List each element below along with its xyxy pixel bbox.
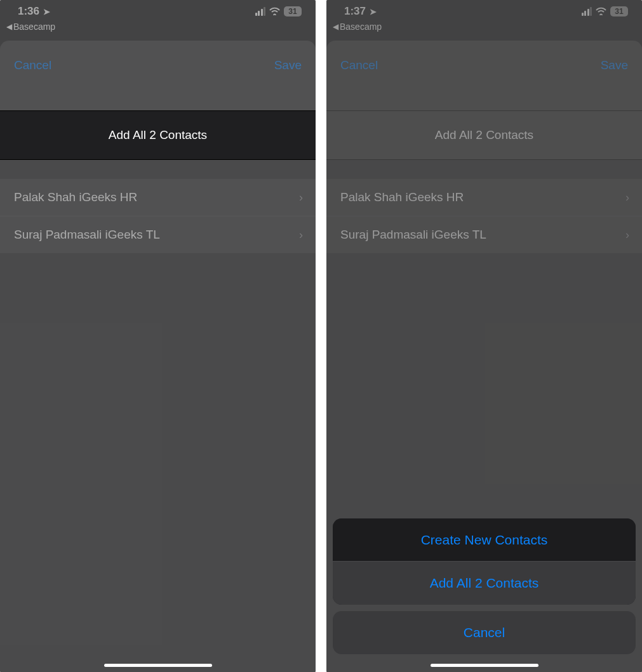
save-button[interactable]: Save: [274, 58, 302, 110]
back-caret-icon: ◀: [6, 22, 12, 31]
add-all-label: Add All 2 Contacts: [435, 128, 533, 142]
home-indicator[interactable]: [104, 664, 212, 667]
add-all-contacts-button[interactable]: Add All 2 Contacts: [326, 110, 642, 160]
home-indicator[interactable]: [431, 664, 538, 667]
contact-list: Palak Shah iGeeks HR › Suraj Padmasali i…: [326, 179, 642, 253]
cellular-signal-icon: [582, 7, 592, 16]
status-bar: 1:37 ➤ 31: [326, 0, 642, 19]
chevron-right-icon: ›: [299, 191, 303, 204]
back-app-label: Basecamp: [340, 22, 382, 32]
create-new-contacts-button[interactable]: Create New Contacts: [333, 518, 636, 562]
modal-header: Cancel Save: [0, 41, 316, 110]
action-label: Add All 2 Contacts: [430, 576, 539, 591]
chevron-right-icon: ›: [299, 228, 303, 242]
save-button[interactable]: Save: [601, 58, 628, 110]
location-icon: ➤: [370, 7, 377, 16]
contact-list: Palak Shah iGeeks HR › Suraj Padmasali i…: [0, 179, 316, 253]
battery-badge: 31: [284, 6, 302, 16]
action-sheet-cancel-button[interactable]: Cancel: [333, 611, 636, 654]
modal-header: Cancel Save: [326, 41, 642, 110]
status-time: 1:37: [344, 5, 366, 18]
add-all-contacts-action-button[interactable]: Add All 2 Contacts: [333, 562, 636, 605]
contact-row[interactable]: Suraj Padmasali iGeeks TL ›: [326, 216, 642, 253]
contact-name: Palak Shah iGeeks HR: [14, 190, 137, 204]
chevron-right-icon: ›: [625, 191, 629, 204]
back-caret-icon: ◀: [333, 22, 338, 31]
background-fill: [0, 253, 316, 672]
action-sheet-group: Create New Contacts Add All 2 Contacts: [333, 518, 636, 605]
back-to-app-button[interactable]: ◀ Basecamp: [326, 19, 642, 36]
contact-row[interactable]: Suraj Padmasali iGeeks TL ›: [0, 216, 316, 253]
chevron-right-icon: ›: [625, 228, 629, 242]
screen-right-after: 1:37 ➤ 31 ◀ Basecamp Cancel Save Add All…: [326, 0, 642, 672]
contact-row[interactable]: Palak Shah iGeeks HR ›: [0, 179, 316, 216]
back-app-label: Basecamp: [13, 22, 55, 32]
action-label: Cancel: [464, 625, 505, 640]
back-to-app-button[interactable]: ◀ Basecamp: [0, 19, 316, 36]
cellular-signal-icon: [255, 7, 266, 16]
cancel-button[interactable]: Cancel: [340, 58, 378, 110]
section-spacer: [326, 160, 642, 179]
screen-left-before: 1:36 ➤ 31 ◀ Basecamp Cancel Save Add All…: [0, 0, 316, 672]
add-all-contacts-button[interactable]: Add All 2 Contacts: [0, 110, 316, 160]
contact-row[interactable]: Palak Shah iGeeks HR ›: [326, 179, 642, 216]
contact-name: Palak Shah iGeeks HR: [340, 190, 464, 204]
battery-badge: 31: [610, 6, 628, 16]
action-sheet: Create New Contacts Add All 2 Contacts C…: [326, 518, 642, 672]
location-icon: ➤: [43, 7, 50, 16]
action-label: Create New Contacts: [421, 532, 548, 548]
status-time: 1:36: [18, 5, 39, 18]
wifi-icon: [596, 6, 606, 17]
section-spacer: [0, 160, 316, 179]
contact-name: Suraj Padmasali iGeeks TL: [14, 228, 160, 242]
wifi-icon: [269, 6, 280, 17]
status-bar: 1:36 ➤ 31: [0, 0, 316, 19]
contact-name: Suraj Padmasali iGeeks TL: [340, 228, 486, 242]
add-all-label: Add All 2 Contacts: [109, 128, 207, 142]
cancel-button[interactable]: Cancel: [14, 58, 51, 110]
